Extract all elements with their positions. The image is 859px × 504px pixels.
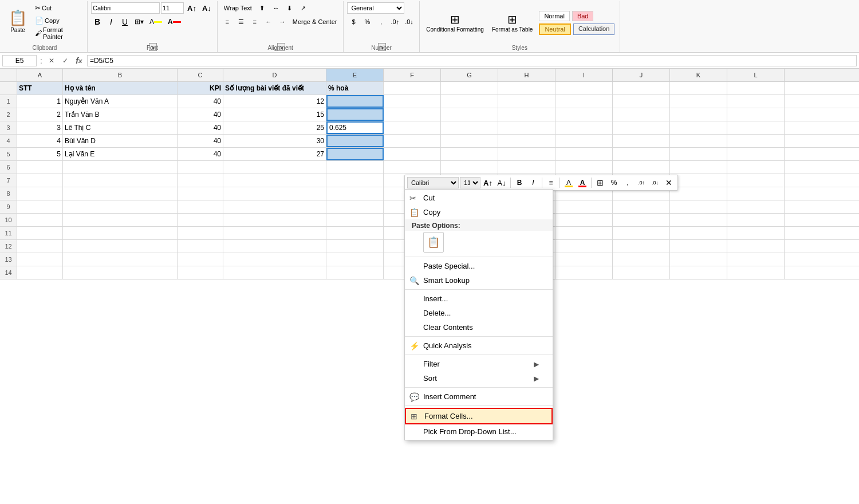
ctx-clear-contents[interactable]: Clear Contents (405, 320, 553, 334)
cell-h-header[interactable] (498, 82, 555, 94)
percent-button[interactable]: % (361, 16, 373, 27)
decrease-indent-button[interactable]: ← (262, 16, 275, 27)
cell-c4[interactable]: 40 (178, 135, 223, 147)
cell-h3[interactable] (498, 121, 555, 134)
cell-k5[interactable] (670, 148, 727, 160)
cell-d5[interactable]: 27 (223, 148, 326, 160)
col-header-f[interactable]: F (384, 69, 441, 81)
cell-h4[interactable] (498, 135, 555, 147)
cell-c2[interactable]: 40 (178, 108, 223, 121)
cell-b2[interactable]: Trần Văn B (63, 108, 178, 121)
cell-b1[interactable]: Nguyễn Văn A (63, 95, 178, 108)
cell-l5[interactable] (727, 148, 785, 160)
ctx-copy[interactable]: 📋 Copy (405, 205, 553, 219)
neutral-style[interactable]: Neutral (539, 23, 570, 35)
cell-l-header[interactable] (727, 82, 785, 94)
col-header-d[interactable]: D (223, 69, 326, 81)
insert-function-button[interactable]: fx (73, 55, 85, 66)
col-header-i[interactable]: I (555, 69, 613, 81)
cell-e1[interactable] (326, 95, 384, 108)
cell-l2[interactable] (727, 108, 785, 121)
cut-button[interactable]: ✂ Cut (32, 2, 84, 14)
cell-b4[interactable]: Bùi Văn D (63, 135, 178, 147)
paste-icon-button[interactable]: 📋 (423, 232, 444, 253)
comma-button[interactable]: , (375, 16, 387, 27)
mini-comma[interactable]: , (621, 176, 634, 189)
cell-d-header[interactable]: Số lượng bài viết đã viết (223, 82, 326, 94)
col-header-c[interactable]: C (178, 69, 223, 81)
cell-a3[interactable]: 3 (17, 121, 63, 134)
align-right-button[interactable]: ≡ (249, 16, 261, 27)
ctx-smart-lookup[interactable]: 🔍 Smart Lookup (405, 273, 553, 288)
mini-border[interactable]: ⊞ (594, 176, 606, 189)
cell-f5[interactable] (384, 148, 441, 160)
cell-j1[interactable] (613, 95, 670, 108)
cell-f4[interactable] (384, 135, 441, 147)
mini-font-select[interactable]: Calibri (407, 177, 459, 188)
format-as-table-button[interactable]: ⊞ Format as Table (490, 11, 535, 34)
cell-b3[interactable]: Lê Thị C (63, 121, 178, 134)
cell-b-header[interactable]: Họ và tên (63, 82, 178, 94)
mini-decrease-decimal[interactable]: .0↓ (649, 176, 661, 189)
cell-i-header[interactable] (555, 82, 613, 94)
ctx-sort[interactable]: Sort ▶ (405, 371, 553, 385)
ctx-cut[interactable]: ✂ Cut (405, 191, 553, 205)
col-header-g[interactable]: G (441, 69, 498, 81)
cell-f-header[interactable] (384, 82, 441, 94)
font-name-input[interactable] (91, 2, 160, 14)
cell-l4[interactable] (727, 135, 785, 147)
cell-g4[interactable] (441, 135, 498, 147)
cell-i3[interactable] (555, 121, 613, 134)
cancel-formula-button[interactable]: ✕ (46, 55, 57, 66)
mini-bold[interactable]: B (513, 176, 526, 189)
calculation-style[interactable]: Calculation (573, 23, 614, 35)
cell-l1[interactable] (727, 95, 785, 108)
cell-e-header[interactable]: % hoà (326, 82, 384, 94)
cell-i4[interactable] (555, 135, 613, 147)
confirm-formula-button[interactable]: ✓ (60, 55, 71, 66)
normal-style[interactable]: Normal (539, 11, 569, 21)
cell-l3[interactable] (727, 121, 785, 134)
ctx-quick-analysis[interactable]: ⚡ Quick Analysis (405, 338, 553, 353)
copy-button[interactable]: 📄 Copy (32, 15, 84, 26)
col-header-a[interactable]: A (17, 69, 63, 81)
cell-g2[interactable] (441, 108, 498, 121)
cell-a5[interactable]: 5 (17, 148, 63, 160)
cell-d2[interactable]: 15 (223, 108, 326, 121)
cell-f1[interactable] (384, 95, 441, 108)
cell-h5[interactable] (498, 148, 555, 160)
cell-k3[interactable] (670, 121, 727, 134)
cell-k4[interactable] (670, 135, 727, 147)
cell-c5[interactable]: 40 (178, 148, 223, 160)
cell-a1[interactable]: 1 (17, 95, 63, 108)
cell-h1[interactable] (498, 95, 555, 108)
formula-input[interactable] (87, 55, 857, 66)
conditional-formatting-button[interactable]: ⊞ Conditional Formatting (424, 11, 486, 34)
col-header-h[interactable]: H (498, 69, 555, 81)
mini-italic[interactable]: I (527, 176, 539, 189)
ctx-insert-comment[interactable]: 💬 Insert Comment (405, 389, 553, 404)
ctx-paste-special[interactable]: Paste Special... (405, 259, 553, 273)
paste-button[interactable]: 📋 Paste (6, 7, 30, 35)
cell-c1[interactable]: 40 (178, 95, 223, 108)
col-header-b[interactable]: B (63, 69, 178, 81)
cell-f2[interactable] (384, 108, 441, 121)
cell-h2[interactable] (498, 108, 555, 121)
align-center-button[interactable]: ☰ (235, 16, 247, 27)
cell-i2[interactable] (555, 108, 613, 121)
cell-b5[interactable]: Lại Văn E (63, 148, 178, 160)
increase-indent-button[interactable]: → (276, 16, 289, 27)
cell-d1[interactable]: 12 (223, 95, 326, 108)
mini-percent[interactable]: % (608, 176, 620, 189)
cell-j3[interactable] (613, 121, 670, 134)
ctx-format-cells[interactable]: ⊞ Format Cells... (405, 408, 553, 424)
cell-e2[interactable] (326, 108, 384, 121)
currency-button[interactable]: $ (347, 16, 360, 27)
fill-color-button[interactable]: A (147, 16, 164, 27)
merge-center-button[interactable]: Merge & Center (290, 16, 340, 27)
col-header-e[interactable]: E (326, 69, 384, 81)
font-size-input[interactable] (161, 2, 184, 14)
border-button[interactable]: ⊞▾ (132, 16, 146, 27)
cell-k2[interactable] (670, 108, 727, 121)
cell-e4[interactable] (326, 135, 384, 147)
